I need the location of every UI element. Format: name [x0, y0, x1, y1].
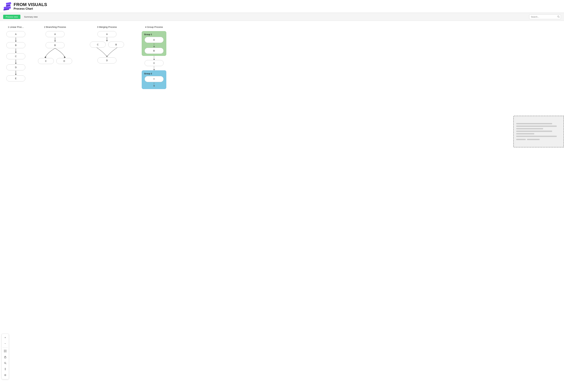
group1-node-b: B [145, 48, 164, 54]
preview-line-3 [516, 128, 543, 129]
branching-node-c: C [38, 58, 54, 64]
search-wrapper [529, 14, 561, 19]
group-process-col: 4 Group Process Group 1 A B X [142, 26, 166, 89]
arrow-c-d [15, 60, 17, 64]
tab-process-view[interactable]: Process view [3, 15, 20, 19]
arrow-b-c [15, 49, 17, 53]
brand-name: FROM VISUALS [14, 2, 47, 7]
preview-line-6 [516, 136, 557, 137]
branching-node-b: B [45, 42, 65, 48]
processes-row: 1 Linear Proc... A B C D E [6, 26, 558, 89]
search-input[interactable] [529, 14, 561, 19]
linear-node-e: E [6, 75, 25, 81]
canvas-area: 1 Linear Proc... A B C D E [0, 21, 564, 147]
svg-line-5 [559, 17, 560, 18]
merge-converge-arrows [85, 48, 129, 57]
merging-node-b: B [108, 41, 124, 48]
merging-process-col: 3 Merging Process A C B [85, 26, 129, 63]
merging-node-c: C [90, 41, 106, 48]
merging-arrow-a-split [85, 37, 129, 41]
branching-node-d: D [56, 58, 72, 64]
group-process-title: 4 Group Process [145, 26, 163, 28]
group1-node-a: A [145, 37, 164, 43]
group2-node-y: Y [145, 76, 164, 82]
linear-node-c: C [6, 53, 25, 59]
app-header: FROM VISUALS Process Chart [0, 0, 564, 13]
merging-bottom-center: D [85, 57, 129, 63]
arrow-d-e [15, 71, 17, 75]
preview-line-5 [516, 133, 534, 135]
branching-arrow-a-b [54, 38, 56, 42]
preview-line-1 [516, 123, 552, 124]
header-text: FROM VISUALS Process Chart [14, 2, 47, 11]
svg-marker-6 [106, 56, 108, 57]
group2-label: Group 2 [144, 72, 152, 75]
search-icon [557, 15, 560, 18]
merging-cb-row: C B [85, 41, 129, 48]
arrow-group1-x [153, 56, 155, 60]
svg-rect-0 [6, 2, 11, 5]
merging-node-d: D [98, 57, 116, 63]
branching-node-a: A [45, 31, 65, 37]
merging-process-title: 3 Merging Process [97, 26, 117, 28]
branching-process-title: 2 Branching Process [44, 26, 66, 28]
view-toolbar: Process view Summary view [0, 13, 564, 21]
branching-bottom-nodes: C D [38, 58, 72, 64]
dashed-preview-panel [513, 116, 564, 147]
arrow-a-b [15, 38, 17, 42]
branch-split-arrows [39, 48, 71, 58]
linear-node-d: D [6, 64, 25, 70]
preview-line-2 [516, 126, 557, 127]
branching-process-col: 2 Branching Process A B [38, 26, 72, 64]
preview-block-2 [527, 139, 540, 140]
logo-mark [3, 2, 11, 11]
linear-process-title: 1 Linear Proc... [8, 26, 24, 28]
tab-summary-view[interactable]: Summary view [22, 15, 40, 19]
group2-box: Group 2 Y [142, 70, 166, 89]
arrow-x-group2 [153, 66, 155, 70]
group1-arrow-a-b [153, 43, 155, 47]
preview-line-4 [516, 131, 552, 132]
linear-node-b: B [6, 42, 25, 48]
group1-label: Group 1 [144, 33, 152, 36]
app-subtitle: Process Chart [14, 7, 47, 11]
preview-block-1 [516, 139, 526, 140]
linear-node-a: A [6, 31, 25, 37]
linear-process-col: 1 Linear Proc... A B C D E [6, 26, 25, 81]
standalone-node-x: X [145, 60, 164, 66]
group2-arrow-y [153, 82, 155, 87]
group1-box: Group 1 A B [142, 31, 166, 56]
merging-top-center: A [85, 31, 129, 37]
merging-node-a: A [98, 31, 116, 37]
